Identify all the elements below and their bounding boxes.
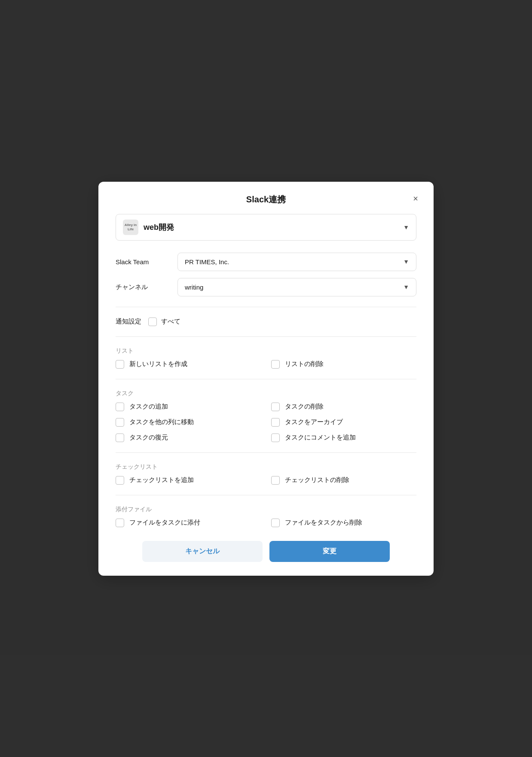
category-grid-0: 新しいリストを作成リストの削除: [116, 360, 416, 369]
checkbox-1-1[interactable]: [271, 403, 280, 411]
category-section-2: チェックリストチェックリストを追加チェックリストの削除: [116, 463, 416, 495]
channel-select[interactable]: writing ▼: [177, 278, 416, 296]
checkbox-2-0[interactable]: [116, 476, 124, 485]
checkbox-0-0[interactable]: [116, 360, 124, 369]
checkbox-item-1-5: タスクにコメントを追加: [271, 433, 416, 442]
checkbox-item-0-1: リストの削除: [271, 360, 416, 369]
checkbox-1-3[interactable]: [271, 418, 280, 427]
category-grid-1: タスクの追加タスクの削除タスクを他の列に移動タスクをアーカイブタスクの復元タスク…: [116, 403, 416, 442]
categories-container: リスト新しいリストを作成リストの削除タスクタスクの追加タスクの削除タスクを他の列…: [116, 347, 416, 527]
modal-overlay: Slack連携 × Alley in Life web開発 ▼ Slack Te…: [0, 0, 532, 757]
workspace-name: web開発: [144, 222, 174, 232]
checkbox-label-0-1: リストの削除: [285, 360, 324, 368]
checkbox-label-1-0: タスクの追加: [129, 403, 168, 411]
checkbox-item-1-0: タスクの追加: [116, 403, 261, 411]
checkbox-label-0-0: 新しいリストを作成: [129, 360, 187, 368]
checkbox-2-1[interactable]: [271, 476, 280, 485]
slack-team-chevron-icon: ▼: [403, 258, 409, 265]
workspace-chevron-icon: ▼: [403, 224, 409, 231]
workspace-logo: Alley in Life: [123, 220, 138, 235]
slack-team-row: Slack Team PR TIMES, Inc. ▼: [116, 253, 416, 271]
notification-label: 通知設定: [116, 317, 141, 326]
category-title-3: 添付ファイル: [116, 506, 416, 513]
checkbox-label-2-0: チェックリストを追加: [129, 476, 194, 484]
checkbox-item-1-1: タスクの削除: [271, 403, 416, 411]
modal-header: Slack連携 ×: [98, 182, 434, 214]
modal-body: Alley in Life web開発 ▼ Slack Team PR TIME…: [98, 214, 434, 527]
category-section-1: タスクタスクの追加タスクの削除タスクを他の列に移動タスクをアーカイブタスクの復元…: [116, 390, 416, 453]
workspace-left: Alley in Life web開発: [123, 220, 174, 235]
workspace-selector[interactable]: Alley in Life web開発 ▼: [116, 214, 416, 241]
slack-team-label: Slack Team: [116, 258, 167, 266]
category-title-0: リスト: [116, 347, 416, 355]
category-title-2: チェックリスト: [116, 463, 416, 471]
category-title-1: タスク: [116, 390, 416, 397]
checkbox-label-1-5: タスクにコメントを追加: [285, 433, 356, 442]
divider-cat-1: [116, 452, 416, 453]
divider-2: [116, 336, 416, 337]
divider-cat-0: [116, 379, 416, 379]
checkbox-item-2-0: チェックリストを追加: [116, 476, 261, 485]
category-grid-2: チェックリストを追加チェックリストの削除: [116, 476, 416, 485]
checkbox-3-0[interactable]: [116, 519, 124, 527]
slack-team-value: PR TIMES, Inc.: [185, 258, 229, 266]
modal-title: Slack連携: [246, 194, 286, 205]
checkbox-label-1-2: タスクを他の列に移動: [129, 418, 194, 426]
submit-button[interactable]: 変更: [269, 541, 390, 562]
channel-chevron-icon: ▼: [403, 284, 409, 290]
checkbox-label-1-4: タスクの復元: [129, 433, 168, 442]
checkbox-item-1-4: タスクの復元: [116, 433, 261, 442]
modal-footer: キャンセル 変更: [98, 529, 434, 562]
all-label: すべて: [161, 317, 180, 326]
category-section-3: 添付ファイルファイルをタスクに添付ファイルをタスクから削除: [116, 506, 416, 527]
checkbox-3-1[interactable]: [271, 519, 280, 527]
checkbox-item-1-3: タスクをアーカイブ: [271, 418, 416, 427]
checkbox-1-2[interactable]: [116, 418, 124, 427]
checkbox-1-5[interactable]: [271, 433, 280, 442]
checkbox-label-3-1: ファイルをタスクから削除: [285, 519, 362, 527]
slack-team-select[interactable]: PR TIMES, Inc. ▼: [177, 253, 416, 271]
checkbox-label-1-1: タスクの削除: [285, 403, 324, 411]
channel-value: writing: [185, 284, 203, 291]
checkbox-item-2-1: チェックリストの削除: [271, 476, 416, 485]
checkbox-item-3-1: ファイルをタスクから削除: [271, 519, 416, 527]
checkbox-item-0-0: 新しいリストを作成: [116, 360, 261, 369]
channel-row: チャンネル writing ▼: [116, 278, 416, 296]
channel-label: チャンネル: [116, 283, 167, 291]
checkbox-item-1-2: タスクを他の列に移動: [116, 418, 261, 427]
checkbox-1-4[interactable]: [116, 433, 124, 442]
checkbox-item-3-0: ファイルをタスクに添付: [116, 519, 261, 527]
close-button[interactable]: ×: [410, 193, 422, 205]
checkbox-label-1-3: タスクをアーカイブ: [285, 418, 343, 426]
all-checkbox[interactable]: [148, 317, 157, 326]
category-grid-3: ファイルをタスクに添付ファイルをタスクから削除: [116, 519, 416, 527]
checkbox-label-2-1: チェックリストの削除: [285, 476, 349, 484]
checkbox-label-3-0: ファイルをタスクに添付: [129, 519, 200, 527]
notification-header: 通知設定 すべて: [116, 317, 416, 326]
checkbox-0-1[interactable]: [271, 360, 280, 369]
cancel-button[interactable]: キャンセル: [142, 541, 263, 562]
divider-1: [116, 307, 416, 307]
category-section-0: リスト新しいリストを作成リストの削除: [116, 347, 416, 379]
all-checkbox-row: すべて: [148, 317, 180, 326]
modal-dialog: Slack連携 × Alley in Life web開発 ▼ Slack Te…: [98, 182, 434, 576]
checkbox-1-0[interactable]: [116, 403, 124, 411]
divider-cat-2: [116, 495, 416, 495]
